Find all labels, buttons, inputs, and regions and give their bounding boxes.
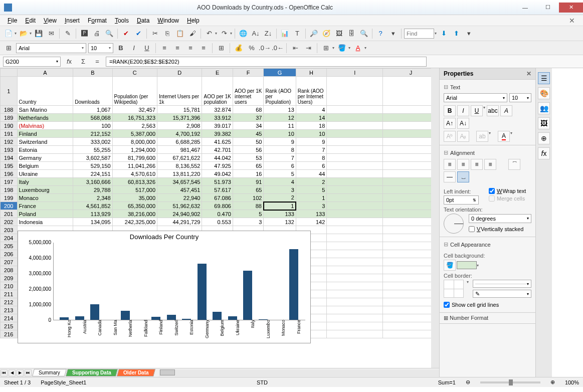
panel-align-center[interactable]: ≡ [457,159,469,170]
bg-color-swatch[interactable] [457,261,477,269]
cell-reference-input[interactable]: G200▾ [3,57,61,67]
underline-button[interactable]: U [141,43,152,54]
panel-strike-button[interactable]: abc [487,105,499,116]
menu-file[interactable]: File [4,16,21,25]
tab-first-icon[interactable]: ⏮ [1,369,8,376]
zoom-plus-icon[interactable]: ⊕ [550,379,555,385]
panel-shadow-button[interactable]: A [500,105,512,116]
close-doc-button[interactable]: ✕ [565,17,579,25]
border-preview[interactable] [444,280,464,298]
border-style-select[interactable]: ▾ [473,280,531,288]
borders-icon[interactable]: ⊞ [320,43,331,54]
pdf-icon[interactable]: 🅿 [79,28,90,39]
panel-sub-button[interactable]: Aᵦ [457,131,469,142]
sidetab-fx-icon[interactable]: fx [538,147,550,159]
sort-desc-icon[interactable]: Z↓ [263,28,274,39]
font-name-select[interactable]: Arial▾ [16,43,86,53]
section-alignment[interactable]: Alignment [444,148,531,159]
menu-format[interactable]: Format [84,16,110,25]
vertical-checkbox[interactable]: VVertically stacked [469,226,531,232]
sidetab-gallery-icon[interactable]: 👥 [538,102,550,114]
email-icon[interactable]: ✉ [46,28,57,39]
border-color-select[interactable]: ✎▾ [473,290,531,298]
indent-input[interactable]: 0pt⇅ [444,195,479,205]
horizontal-scrollbar[interactable] [159,369,439,376]
menu-help[interactable]: Help [183,16,203,25]
percent-icon[interactable]: % [246,43,257,54]
bgcolor-icon[interactable]: 🪣 [336,43,347,54]
close-button[interactable]: ✕ [559,3,583,13]
menu-insert[interactable]: Insert [61,16,83,25]
sheet-tab-supporting[interactable]: Supporting Data [66,369,118,376]
find-prev-icon[interactable]: ⬆ [451,28,462,39]
navigator-icon[interactable]: 🧭 [321,28,332,39]
print-icon[interactable]: 🖨 [91,28,102,39]
panel-valign-bottom[interactable]: ⎵ [457,171,469,182]
menu-tools[interactable]: Tools [111,16,132,25]
italic-button[interactable]: I [128,43,139,54]
tab-prev-icon[interactable]: ◀ [9,369,16,376]
preview-icon[interactable]: 🔍 [104,28,115,39]
degrees-select[interactable]: 0 degrees▾ [469,214,531,223]
sidetab-styles-icon[interactable]: 🎨 [538,87,550,99]
menu-window[interactable]: Window [154,16,182,25]
panel-grow-button[interactable]: A↑ [444,118,456,129]
merge-checkbox[interactable]: Merge cells [489,195,526,202]
panel-valign-top[interactable]: ⎴ [508,159,520,170]
zoom-minus-icon[interactable]: ⊖ [466,379,470,385]
panel-bold-button[interactable]: B [444,105,456,116]
gridlines-checkbox[interactable]: Show cell grid lines [444,302,531,308]
vertical-scrollbar[interactable] [431,68,439,368]
redo-icon[interactable]: ↷ [219,28,230,39]
panel-size-select[interactable]: 10▾ [509,93,531,102]
sidetab-functions-icon[interactable]: ⊕ [538,132,550,144]
zoom-slider[interactable] [480,381,540,383]
toolbar-menu-icon[interactable]: ▾ [387,28,399,39]
sheet-tab-older[interactable]: Older Data [117,369,155,376]
panel-font-select[interactable]: Arial▾ [444,93,507,102]
datasource-icon[interactable]: 🗄 [346,28,357,39]
save-icon[interactable]: 💾 [33,28,44,39]
spellcheck-icon[interactable]: ✔ [120,28,131,39]
help-icon[interactable]: ? [375,28,386,39]
sort-asc-icon[interactable]: A↓ [250,28,261,39]
panel-shrink-button[interactable]: A↓ [457,118,469,129]
sidebar-close-icon[interactable]: ✕ [526,70,531,77]
paste-icon[interactable]: 📋 [174,28,185,39]
styles-icon[interactable]: ⊞ [3,43,14,54]
align-left-icon[interactable]: ≡ [159,43,170,54]
embedded-chart[interactable]: Downloads Per Country 01,000,0002,000,00… [18,231,311,343]
align-right-icon[interactable]: ≡ [185,43,196,54]
formula-input[interactable]: =RANK(E200;$E$2:$E$202) [106,57,427,67]
panel-align-right[interactable]: ≡ [471,159,483,170]
menu-data[interactable]: Data [133,16,153,25]
equals-icon[interactable]: = [92,56,103,67]
panel-valign-mid[interactable]: ― [444,171,456,182]
maximize-button[interactable]: ☐ [536,3,559,13]
panel-align-left[interactable]: ≡ [444,159,456,170]
decrease-indent-icon[interactable]: ⇤ [290,43,301,54]
fontcolor-icon[interactable]: A [352,43,363,54]
zoom-icon[interactable]: 🔍 [358,28,369,39]
new-icon[interactable]: 📄 [3,28,14,39]
remove-decimal-icon[interactable]: .0← [272,43,283,54]
autospell-icon[interactable]: ✔ [133,28,144,39]
edit-icon[interactable]: ✎ [62,28,73,39]
tab-last-icon[interactable]: ⏭ [25,369,32,376]
toolbar-overflow-icon[interactable]: ▾ [463,28,474,39]
fill-icon[interactable]: 🪣 [444,260,456,271]
menu-edit[interactable]: Edit [22,16,39,25]
increase-indent-icon[interactable]: ⇥ [303,43,314,54]
add-decimal-icon[interactable]: .0→ [259,43,270,54]
minimize-button[interactable]: — [514,3,536,13]
menu-view[interactable]: View [40,16,60,25]
panel-align-justify[interactable]: ≡ [484,159,496,170]
sidetab-navigator-icon[interactable]: 🖼 [538,117,550,129]
orientation-dial[interactable] [444,214,464,234]
align-justify-icon[interactable]: ≡ [198,43,209,54]
section-cell[interactable]: Cell Appearance [444,240,531,251]
currency-icon[interactable]: 💰 [233,43,244,54]
spreadsheet-grid[interactable]: ABCDEFGHIJ1CountryDownloadsPopulation (p… [0,68,439,368]
find-input[interactable] [404,29,434,39]
bold-button[interactable]: B [115,43,126,54]
